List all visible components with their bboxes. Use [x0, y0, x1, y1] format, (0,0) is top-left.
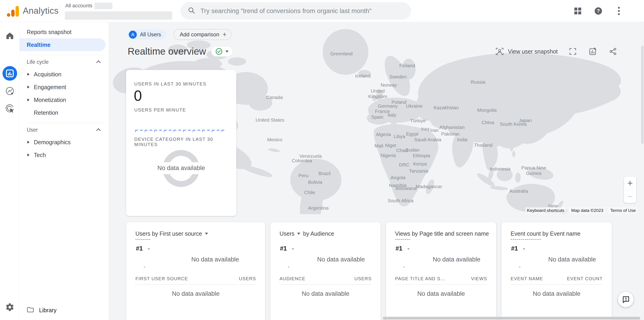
- sidebar-section-life-cycle[interactable]: Life cycle: [20, 56, 109, 68]
- map-label: Iraq: [421, 126, 429, 132]
- map-label: Niger: [385, 143, 396, 148]
- customize-report-icon[interactable]: [588, 46, 598, 57]
- data-quality-badge[interactable]: [211, 46, 233, 57]
- column-header-right: USERS: [239, 276, 256, 281]
- sidebar-item-library[interactable]: Library: [27, 306, 56, 314]
- map-label: Iceland: [355, 73, 371, 79]
- map-label: Colombia: [292, 158, 312, 163]
- map-label: South Africa: [388, 198, 413, 203]
- feedback-bubble-icon: [622, 295, 630, 304]
- map-label: Thailand: [474, 142, 492, 148]
- map-zoom-out-button[interactable]: −: [624, 190, 636, 203]
- map-label: United Kingdom: [365, 88, 390, 99]
- map-label: Germany: [378, 103, 398, 109]
- map-label: Sudan: [406, 147, 420, 153]
- sidebar-item-tech[interactable]: Tech: [20, 149, 109, 161]
- reports-icon[interactable]: [2, 66, 17, 81]
- keyboard-shortcuts-link[interactable]: Keyboard shortcuts: [525, 207, 566, 214]
- view-user-snapshot-button[interactable]: View user snapshot: [496, 47, 558, 56]
- add-comparison-button[interactable]: Add comparison: [173, 29, 232, 40]
- diagnostics-grid-icon[interactable]: [573, 6, 583, 16]
- map-label: Norway: [380, 82, 397, 88]
- admin-gear-icon[interactable]: [0, 303, 20, 312]
- map-label: Peru: [298, 173, 308, 178]
- metric-dropdown-icon[interactable]: [297, 233, 300, 235]
- home-icon[interactable]: [0, 31, 20, 40]
- comparison-avatar: A: [129, 31, 137, 39]
- advertising-icon[interactable]: [0, 103, 20, 113]
- page-title: Realtime overview: [128, 46, 206, 57]
- map-label: China: [482, 120, 494, 125]
- analytics-app: Analytics All accounts Try searching "tr…: [0, 0, 644, 320]
- horizontal-scrollbar-thumb[interactable]: [383, 317, 640, 319]
- account-name-redacted: [94, 3, 112, 9]
- map-label: Mongolia: [477, 107, 496, 113]
- search-placeholder: Try searching "trend of conversions from…: [200, 7, 372, 15]
- map-label: Afghanistan: [440, 125, 465, 130]
- map-label: Finland: [400, 63, 415, 68]
- map-label: South Korea: [500, 121, 526, 127]
- map-label: Spain: [371, 114, 384, 120]
- users-30min-value: 0: [134, 87, 142, 104]
- map-label: Mali: [374, 143, 384, 149]
- users-per-minute-ticks: [135, 131, 225, 132]
- feedback-button[interactable]: [618, 292, 634, 307]
- map-label: India: [457, 137, 468, 142]
- expand-arrow-icon: [28, 99, 30, 101]
- map-label: Madagascar: [416, 184, 442, 189]
- fullscreen-icon[interactable]: [568, 46, 578, 57]
- map-label: Algeria: [376, 132, 391, 137]
- terms-of-use-link[interactable]: Terms of Use: [608, 207, 638, 214]
- column-header-left: FIRST USER SOURCE: [136, 276, 188, 281]
- map-label: Russia: [471, 79, 485, 85]
- column-header-right: EVENT COUNT: [567, 276, 603, 281]
- all-users-chip[interactable]: A All Users: [128, 30, 166, 40]
- map-label: Libya: [394, 134, 405, 139]
- map-label: Papua New Guinea: [519, 165, 548, 176]
- divider: [27, 123, 107, 123]
- users-per-minute-label: USERS PER MINUTE: [134, 107, 186, 113]
- sidebar-item-monetization[interactable]: Monetization: [20, 94, 109, 106]
- explore-icon[interactable]: [0, 86, 20, 96]
- kebab-menu-icon[interactable]: [614, 6, 624, 16]
- search-input[interactable]: Try searching "trend of conversions from…: [180, 2, 411, 20]
- card-event-count-by-event-name: Event count by Event name Event count #1…: [502, 222, 612, 320]
- dimension-dropdown-icon[interactable]: [205, 233, 208, 235]
- map-label: Chile: [304, 190, 315, 195]
- sidebar-item-demographics[interactable]: Demographics: [20, 136, 109, 149]
- sidebar-item-engagement[interactable]: Engagement: [20, 81, 109, 94]
- app-bar: Analytics All accounts Try searching "tr…: [0, 0, 644, 22]
- vertical-scrollbar[interactable]: [641, 22, 644, 320]
- reports-drawer: Reports snapshot Realtime Life cycle Acq…: [20, 22, 109, 320]
- map-zoom-control: + −: [624, 176, 636, 203]
- sidebar-section-user[interactable]: User: [20, 124, 109, 136]
- map-label: Egypt: [406, 131, 418, 137]
- vertical-scrollbar-thumb[interactable]: [641, 46, 644, 144]
- map-label: Kazakhstan: [434, 105, 459, 110]
- user-snapshot-icon: [496, 47, 504, 56]
- breadcrumb[interactable]: All accounts: [65, 3, 98, 9]
- column-header-left: PAGE TITLE AND S…: [395, 276, 445, 281]
- expand-arrow-icon: [28, 73, 30, 76]
- sidebar-item-realtime[interactable]: Realtime: [20, 38, 106, 51]
- map-label: Bolivia: [308, 179, 322, 185]
- map-label: Nigeria: [381, 153, 396, 158]
- share-icon[interactable]: [608, 46, 618, 57]
- device-category-label: DEVICE CATEGORY IN LAST 30 MINUTES: [134, 137, 236, 147]
- chevron-down-icon: [226, 51, 228, 53]
- sidebar-item-reports-snapshot[interactable]: Reports snapshot: [20, 26, 109, 38]
- column-header-right: USERS: [354, 276, 372, 281]
- map-zoom-in-button[interactable]: +: [624, 176, 636, 190]
- collapse-section-icon: [96, 128, 101, 133]
- map-label: Tanzania: [409, 168, 428, 174]
- expand-arrow-icon: [28, 86, 30, 89]
- map-label: Pakistan: [441, 131, 460, 137]
- analytics-logo-icon[interactable]: [6, 5, 20, 17]
- realtime-users-card: USERS IN LAST 30 MINUTES 0 USERS PER MIN…: [126, 70, 236, 216]
- column-header-left: AUDIENCE: [280, 276, 305, 281]
- map-label: Saudi Arabia: [414, 137, 441, 142]
- sidebar-item-retention[interactable]: Retention: [20, 106, 109, 119]
- map-label: Italy: [388, 112, 396, 118]
- sidebar-item-acquisition[interactable]: Acquisition: [20, 68, 109, 81]
- help-icon[interactable]: [593, 6, 603, 16]
